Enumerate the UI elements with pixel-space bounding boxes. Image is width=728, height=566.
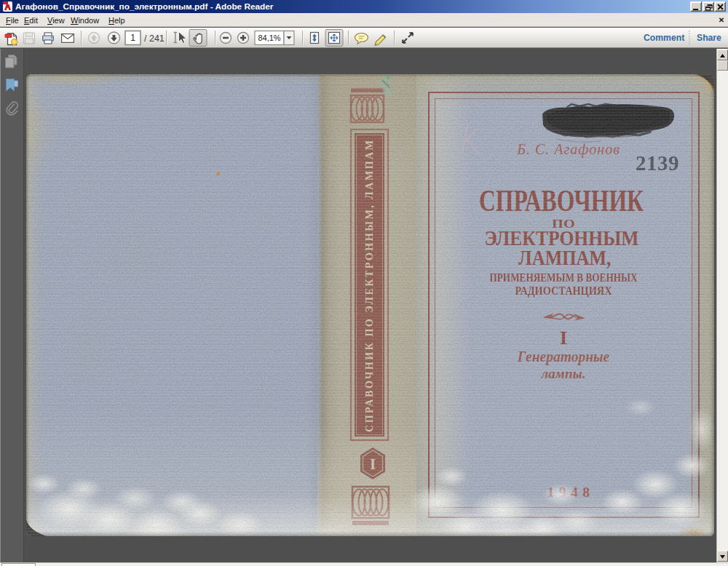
svg-text:Comment: Comment (644, 33, 684, 43)
svg-text:84,1%: 84,1% (258, 33, 280, 42)
svg-text:1: 1 (130, 33, 135, 43)
svg-text:/ 241: / 241 (144, 33, 165, 44)
svg-text:Share: Share (697, 33, 721, 43)
